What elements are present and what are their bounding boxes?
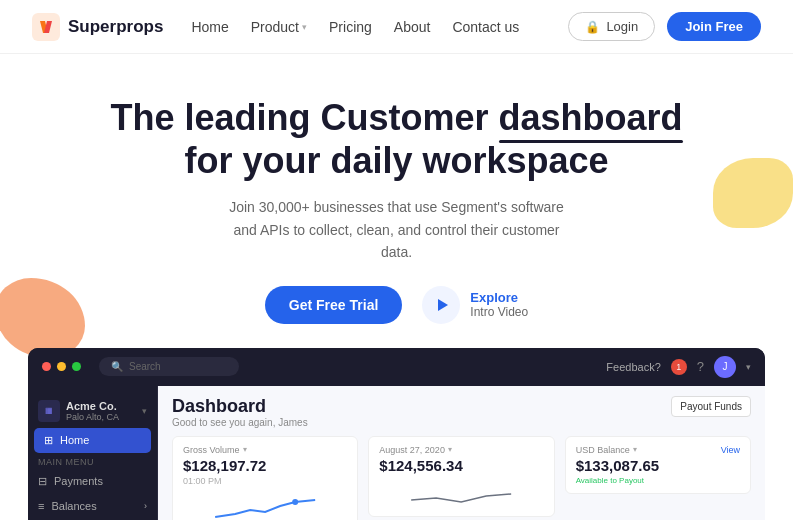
- brand-sub: Palo Alto, CA: [66, 412, 119, 422]
- navbar: Superprops Home Product ▾ Pricing About …: [0, 0, 793, 54]
- august-arrow: ▾: [448, 445, 452, 454]
- chevron-down-icon: ▾: [302, 22, 307, 32]
- balances-icon: ≡: [38, 500, 44, 512]
- august-chart: [379, 480, 543, 508]
- sidebar-item-accounts[interactable]: ▣ Accounts NEW: [28, 518, 157, 520]
- dashboard-title-block: Dashboard Good to see you again, James: [172, 396, 308, 428]
- hero-section: The leading Customer dashboard for your …: [0, 54, 793, 348]
- stat-august: August 27, 2020 ▾ $124,556.34: [368, 436, 554, 517]
- dashboard-title: Dashboard: [172, 396, 308, 417]
- user-avatar[interactable]: J: [714, 356, 736, 378]
- nav-right: 🔒 Login Join Free: [568, 12, 761, 41]
- stat-gross-volume: Gross Volume ▾ $128,197.72 01:00 PM: [172, 436, 358, 520]
- august-label: August 27, 2020 ▾: [379, 445, 543, 455]
- dashboard-topbar: 🔍 Search Feedback? 1 ? J ▾: [28, 348, 765, 386]
- video-label: Explore Intro Video: [470, 290, 528, 319]
- gross-volume-label: Gross Volume ▾: [183, 445, 347, 455]
- get-free-trial-button[interactable]: Get Free Trial: [265, 286, 402, 324]
- search-placeholder: Search: [129, 361, 161, 372]
- login-button[interactable]: 🔒 Login: [568, 12, 655, 41]
- blob-yellow-decoration: [713, 158, 793, 228]
- august-value: $124,556.34: [379, 457, 543, 474]
- nav-pricing[interactable]: Pricing: [329, 19, 372, 35]
- usd-label: USD Balance ▾ View: [576, 445, 740, 455]
- nav-product[interactable]: Product ▾: [251, 19, 307, 35]
- sidebar-item-balances[interactable]: ≡ Balances ›: [28, 494, 157, 518]
- balances-arrow: ›: [144, 501, 147, 511]
- nav-links: Home Product ▾ Pricing About Contact us: [191, 19, 519, 35]
- lock-icon: 🔒: [585, 20, 600, 34]
- brand-icon: ▦: [38, 400, 60, 422]
- dashboard-search[interactable]: 🔍 Search: [99, 357, 239, 376]
- usd-available: Available to Payout: [576, 476, 740, 485]
- gross-volume-arrow: ▾: [243, 445, 247, 454]
- brand-info: Acme Co. Palo Alto, CA: [66, 400, 119, 422]
- nav-home[interactable]: Home: [191, 19, 228, 35]
- logo[interactable]: Superprops: [32, 13, 163, 41]
- gross-volume-value: $128,197.72: [183, 457, 347, 474]
- intro-video-button[interactable]: Explore Intro Video: [422, 286, 528, 324]
- play-icon[interactable]: [422, 286, 460, 324]
- gross-volume-chart: [183, 492, 347, 520]
- window-maximize-dot: [72, 362, 81, 371]
- usd-arrow: ▾: [633, 445, 637, 454]
- payments-icon: ⊟: [38, 475, 47, 488]
- dashboard-body: ▦ Acme Co. Palo Alto, CA ▾ ⊞ Home MAIN M…: [28, 386, 765, 520]
- nav-about[interactable]: About: [394, 19, 431, 35]
- dashboard-stats: Gross Volume ▾ $128,197.72 01:00 PM: [172, 436, 751, 520]
- dashboard-greeting: Good to see you again, James: [172, 417, 308, 428]
- dashboard-topbar-icons: Feedback? 1 ? J ▾: [606, 356, 751, 378]
- dashboard-main-header: Dashboard Good to see you again, James P…: [172, 396, 751, 428]
- blob-orange-decoration: [0, 278, 85, 358]
- brand-name: Acme Co.: [66, 400, 119, 412]
- help-icon: ?: [697, 359, 704, 374]
- feedback-label: Feedback?: [606, 361, 660, 373]
- dashboard-sidebar: ▦ Acme Co. Palo Alto, CA ▾ ⊞ Home MAIN M…: [28, 386, 158, 520]
- dashboard-main: Dashboard Good to see you again, James P…: [158, 386, 765, 520]
- usd-view-link[interactable]: View: [721, 445, 740, 455]
- search-icon: 🔍: [111, 361, 123, 372]
- svg-point-1: [292, 499, 298, 505]
- join-button[interactable]: Join Free: [667, 12, 761, 41]
- usd-value: $133,087.65: [576, 457, 740, 474]
- logo-icon: [32, 13, 60, 41]
- sidebar-item-home[interactable]: ⊞ Home: [34, 428, 151, 453]
- gross-volume-sub: 01:00 PM: [183, 476, 347, 486]
- brand-dropdown-icon: ▾: [142, 406, 147, 416]
- sidebar-section-label: MAIN MENU: [28, 453, 157, 469]
- window-close-dot: [42, 362, 51, 371]
- chevron-icon: ▾: [746, 362, 751, 372]
- sidebar-item-payments[interactable]: ⊟ Payments: [28, 469, 157, 494]
- stat-usd-balance: USD Balance ▾ View $133,087.65 Available…: [565, 436, 751, 494]
- window-minimize-dot: [57, 362, 66, 371]
- notification-icon: 1: [671, 359, 687, 375]
- nav-left: Superprops Home Product ▾ Pricing About …: [32, 13, 519, 41]
- hero-title: The leading Customer dashboard for your …: [110, 96, 682, 182]
- dashboard-preview: 🔍 Search Feedback? 1 ? J ▾ ▦ Acme Co. Pa…: [28, 348, 765, 520]
- home-icon: ⊞: [44, 434, 53, 447]
- hero-actions: Get Free Trial Explore Intro Video: [265, 286, 528, 324]
- payout-funds-button[interactable]: Payout Funds: [671, 396, 751, 417]
- sidebar-brand: ▦ Acme Co. Palo Alto, CA ▾: [28, 394, 157, 428]
- nav-contact[interactable]: Contact us: [452, 19, 519, 35]
- hero-subtitle: Join 30,000+ businesses that use Segment…: [227, 196, 567, 263]
- logo-text: Superprops: [68, 17, 163, 37]
